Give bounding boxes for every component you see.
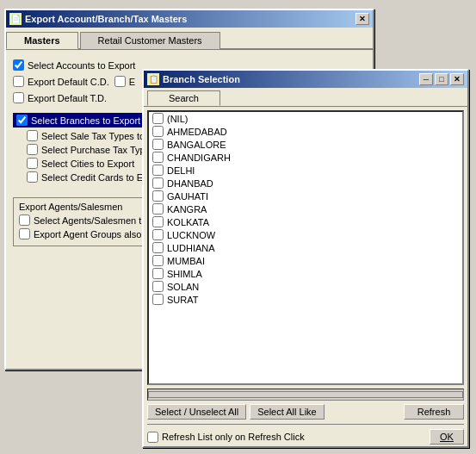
branch-maximize-button[interactable]: □: [435, 73, 448, 85]
refresh-list-row: Refresh List only on Refresh Click: [147, 432, 305, 443]
branch-item-label: CHANDIGARH: [167, 152, 231, 163]
separator: [147, 424, 464, 425]
main-window-title: Export Account/Branch/Tax Masters: [25, 14, 187, 24]
tab-retail-customer-masters[interactable]: Retail Customer Masters: [80, 32, 220, 49]
tab-masters[interactable]: Masters: [6, 32, 78, 49]
export-cd-row: Export Default C.D.: [13, 76, 109, 87]
branch-item[interactable]: KANGRA: [149, 202, 462, 215]
branch-item-checkbox[interactable]: [152, 152, 164, 163]
select-purchase-tax-checkbox[interactable]: [27, 144, 38, 155]
branch-item-label: (NIL): [167, 114, 188, 124]
branch-item-label: LUDHIANA: [167, 243, 215, 253]
branch-item-label: DELHI: [167, 165, 195, 176]
export-e-checkbox[interactable]: [114, 76, 126, 87]
export-td-checkbox[interactable]: [13, 92, 24, 103]
branch-item-checkbox[interactable]: [152, 216, 164, 227]
branch-item-checkbox[interactable]: [152, 203, 164, 215]
branch-item-label: SOLAN: [167, 282, 199, 292]
branch-item-label: AHMEDABAD: [167, 127, 227, 137]
export-e-row: E: [114, 76, 135, 87]
branch-window-title: Branch Selection: [163, 74, 240, 84]
branch-item[interactable]: GAUHATI: [149, 190, 462, 202]
branch-item[interactable]: DELHI: [149, 164, 462, 177]
branch-item-checkbox[interactable]: [152, 177, 164, 189]
select-cities-label: Select Cities to Export: [41, 159, 134, 169]
branch-item[interactable]: SURAT: [149, 293, 462, 306]
tab-bar: Masters Retail Customer Masters: [6, 28, 373, 50]
branch-bottom-bar: Select / Unselect All Select All Like Re…: [144, 401, 467, 446]
refresh-list-checkbox[interactable]: [147, 432, 158, 443]
branch-item[interactable]: KOLKATA: [149, 215, 462, 228]
select-branches-checkbox[interactable]: [16, 115, 28, 126]
ok-button[interactable]: OK: [430, 429, 464, 445]
main-window-icon: 📄: [9, 13, 22, 25]
branch-item-label: KOLKATA: [167, 217, 209, 227]
branch-item[interactable]: SHIMLA: [149, 267, 462, 280]
branch-item-checkbox[interactable]: [152, 268, 164, 279]
branch-title-bar[interactable]: 📋 Branch Selection ─ □ ✕: [144, 71, 467, 88]
branch-item-label: LUCKNOW: [167, 230, 215, 240]
export-agent-groups-checkbox[interactable]: [19, 228, 30, 239]
select-branches-label: Select Branches to Export: [31, 115, 140, 126]
branch-item-checkbox[interactable]: [152, 281, 164, 292]
branch-window: 📋 Branch Selection ─ □ ✕ Search (NIL)AHM…: [142, 69, 469, 448]
horizontal-scrollbar[interactable]: [147, 389, 464, 401]
select-sale-tax-checkbox[interactable]: [27, 130, 38, 141]
branch-search-tab[interactable]: Search: [147, 90, 220, 106]
export-cd-label: Export Default C.D.: [28, 77, 109, 87]
export-td-label: Export Default T.D.: [28, 93, 107, 103]
export-cd-checkbox[interactable]: [13, 76, 24, 87]
branch-item-checkbox[interactable]: [152, 242, 164, 253]
select-all-like-button[interactable]: Select All Like: [250, 404, 324, 420]
branch-minimize-button[interactable]: ─: [419, 73, 433, 85]
branch-item-label: MUMBAI: [167, 256, 205, 266]
branch-list[interactable]: (NIL)AHMEDABADBANGALORECHANDIGARHDELHIDH…: [149, 112, 462, 383]
branch-item[interactable]: MUMBAI: [149, 254, 462, 267]
branch-item-label: BANGALORE: [167, 140, 226, 150]
main-title-bar[interactable]: 📄 Export Account/Branch/Tax Masters ✕: [6, 10, 373, 28]
branch-item-checkbox[interactable]: [152, 139, 164, 150]
select-unselect-all-button[interactable]: Select / Unselect All: [147, 404, 246, 420]
branch-item-label: DHANBAD: [167, 178, 213, 189]
branch-item[interactable]: CHANDIGARH: [149, 151, 462, 164]
branch-item-label: SHIMLA: [167, 269, 202, 279]
branch-item-checkbox[interactable]: [152, 165, 164, 176]
branch-list-area[interactable]: (NIL)AHMEDABADBANGALORECHANDIGARHDELHIDH…: [147, 110, 464, 385]
select-agents-checkbox[interactable]: [19, 215, 30, 226]
select-accounts-checkbox[interactable]: [13, 59, 24, 71]
select-credit-cards-checkbox[interactable]: [27, 171, 38, 183]
branch-item-checkbox[interactable]: [152, 190, 164, 202]
branch-item[interactable]: LUCKNOW: [149, 228, 462, 241]
select-cities-checkbox[interactable]: [27, 158, 38, 169]
branch-item[interactable]: (NIL): [149, 112, 462, 125]
refresh-button[interactable]: Refresh: [404, 404, 464, 420]
scrollbar-track: [148, 391, 463, 398]
branch-item[interactable]: BANGALORE: [149, 138, 462, 151]
branch-window-icon: 📋: [147, 73, 159, 85]
branch-item-checkbox[interactable]: [152, 255, 164, 266]
branch-item-checkbox[interactable]: [152, 294, 164, 305]
refresh-list-label: Refresh List only on Refresh Click: [162, 432, 305, 442]
export-agent-groups-label: Export Agent Groups also: [34, 229, 141, 239]
branch-item[interactable]: DHANBAD: [149, 177, 462, 190]
branch-item-checkbox[interactable]: [152, 126, 164, 137]
main-close-button[interactable]: ✕: [355, 13, 369, 25]
branch-tab-area: Search: [144, 88, 467, 107]
branch-item[interactable]: AHMEDABAD: [149, 125, 462, 138]
branch-action-buttons: Select / Unselect All Select All Like Re…: [147, 404, 464, 420]
select-agents-label: Select Agents/Salesmen t...: [34, 215, 150, 226]
branch-item-checkbox[interactable]: [152, 113, 164, 124]
branch-close-button[interactable]: ✕: [450, 73, 464, 85]
branch-item[interactable]: LUDHIANA: [149, 241, 462, 254]
export-e-label: E: [129, 77, 135, 87]
branch-item-label: GAUHATI: [167, 191, 208, 202]
branch-item[interactable]: SOLAN: [149, 280, 462, 293]
select-accounts-label: Select Accounts to Export: [28, 60, 135, 71]
branch-item-label: SURAT: [167, 295, 198, 305]
branch-item-checkbox[interactable]: [152, 229, 164, 240]
branch-item-label: KANGRA: [167, 204, 207, 215]
